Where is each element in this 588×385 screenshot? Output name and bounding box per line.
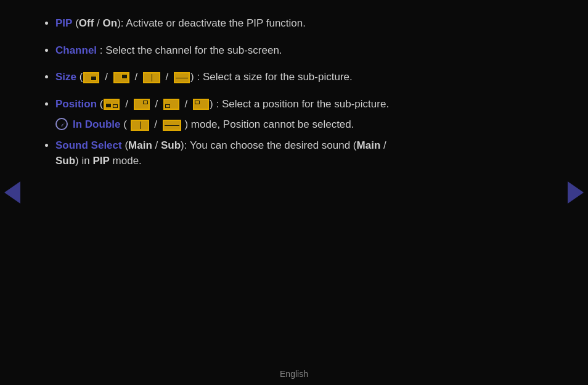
sound-select-label: Sound Select	[55, 139, 122, 151]
channel-label: Channel	[55, 44, 97, 56]
pos-icon-4	[193, 99, 209, 110]
pip-label: PIP	[55, 17, 72, 29]
list-item-size: Size ( / / / ) : Select a size for the s…	[55, 69, 545, 85]
size-icon-4	[174, 72, 190, 83]
pip-off-on: (Off / On): Activate or deactivate the P…	[75, 17, 306, 29]
note-icon: 𝒾	[55, 118, 68, 130]
main-list: PIP (Off / On): Activate or deactivate t…	[43, 15, 545, 112]
in-double-label: In Double	[73, 118, 120, 130]
footer: English	[0, 369, 588, 379]
size-icon-1	[83, 72, 99, 83]
list-item-position: Position ( / / / ) : Select a position f…	[55, 96, 545, 112]
position-desc: : Select a position for the sub-picture.	[216, 98, 389, 110]
pos-icon-1	[104, 99, 120, 110]
note-icon-1	[131, 120, 149, 131]
left-arrow-icon	[4, 181, 20, 204]
list-item-sound-select: Sound Select (Main / Sub): You can choos…	[55, 138, 545, 169]
pos-icon-2	[134, 99, 150, 110]
next-button[interactable]	[563, 174, 588, 211]
prev-button[interactable]	[0, 174, 25, 211]
note-icon-2	[163, 120, 181, 131]
channel-desc: : Select the channel for the sub-screen.	[100, 44, 282, 56]
sound-select-desc-1: (Main / Sub): You can choose the desired…	[125, 139, 386, 151]
note-text: In Double ( / ) mode, Position cannot be…	[73, 117, 354, 133]
pos-icon-3	[163, 99, 179, 110]
position-icons: ( / / / )	[100, 98, 216, 110]
position-label: Position	[55, 98, 97, 110]
note-double-mode: 𝒾 In Double ( / ) mode, Position cannot …	[55, 117, 545, 133]
content-area: PIP (Off / On): Activate or deactivate t…	[31, 0, 557, 360]
right-arrow-icon	[568, 181, 584, 204]
sound-select-list: Sound Select (Main / Sub): You can choos…	[43, 138, 545, 169]
list-item-channel: Channel : Select the channel for the sub…	[55, 43, 545, 59]
size-icon-3	[143, 72, 160, 83]
size-icons: ( / / / )	[80, 71, 197, 83]
language-label: English	[280, 369, 308, 379]
size-label: Size	[55, 71, 76, 83]
sound-select-desc-2: Sub) in PIP mode.	[55, 155, 142, 167]
size-desc: : Select a size for the sub-picture.	[197, 71, 352, 83]
size-icon-2	[113, 72, 129, 83]
list-item-pip: PIP (Off / On): Activate or deactivate t…	[55, 15, 545, 31]
